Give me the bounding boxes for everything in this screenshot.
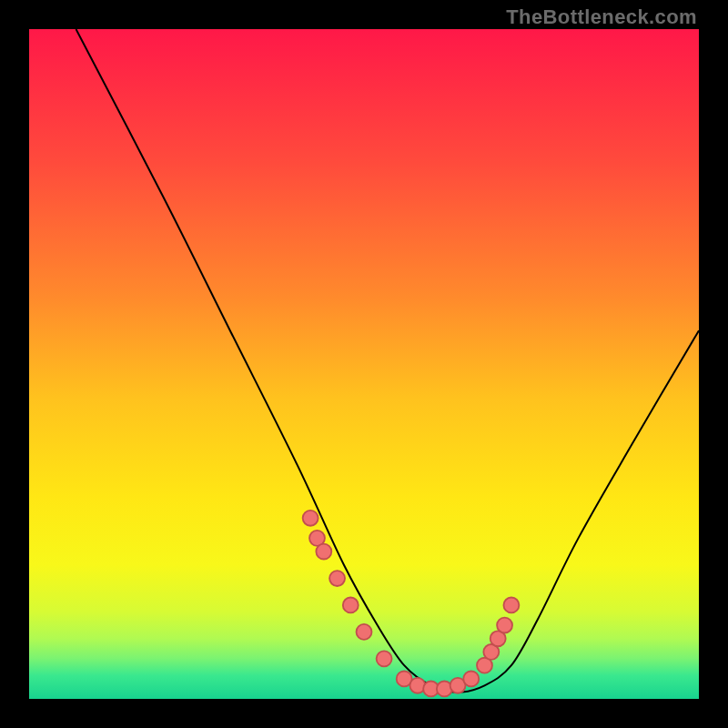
- chart-stage: TheBottleneck.com: [0, 0, 728, 728]
- highlight-dots: [303, 511, 520, 697]
- highlight-dot: [343, 597, 359, 612]
- highlight-dot: [497, 618, 512, 633]
- watermark-text: TheBottleneck.com: [506, 5, 697, 29]
- plot-area: [29, 29, 699, 699]
- bottleneck-curve: [76, 29, 699, 693]
- highlight-dot: [377, 651, 392, 666]
- highlight-dot: [503, 597, 519, 612]
- highlight-dot: [329, 571, 345, 586]
- highlight-dot: [463, 671, 479, 686]
- curve-layer: [29, 29, 699, 699]
- highlight-dot: [316, 544, 331, 560]
- highlight-dot: [303, 511, 318, 526]
- highlight-dot: [357, 624, 372, 640]
